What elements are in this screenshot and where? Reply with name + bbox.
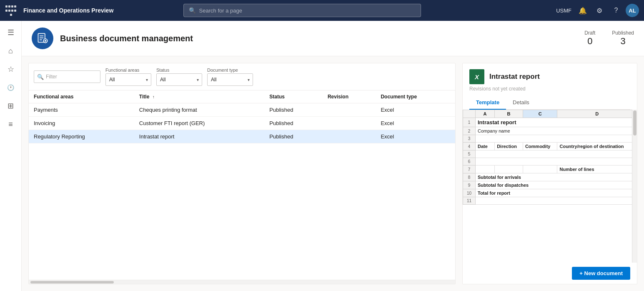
table-cell-revision [323, 130, 376, 143]
nav-right-controls: USMF 🔔 ⚙ ? AL [556, 3, 639, 18]
spreadsheet-row: 11 [463, 197, 637, 205]
notification-icon[interactable]: 🔔 [576, 3, 590, 18]
table-row[interactable]: InvoicingCustomer FTI report (GER)Publis… [29, 117, 455, 130]
top-navigation: Finance and Operations Preview 🔍 USMF 🔔 … [0, 0, 644, 21]
table-cell-functional_areas: Payments [29, 103, 134, 117]
global-search-bar[interactable]: 🔍 [183, 4, 421, 17]
spreadsheet-cell [495, 166, 523, 173]
col-d-header: D [557, 110, 637, 118]
horizontal-scrollbar[interactable] [29, 280, 455, 284]
table-cell-revision [323, 117, 376, 130]
spreadsheet-cell: Country/region of destination [557, 143, 637, 151]
spreadsheet-row: 7Number of lines [463, 166, 637, 173]
document-type-filter-group: Document type All ▾ [207, 68, 253, 86]
excel-icon: X [469, 69, 484, 84]
spreadsheet-cell: Subtotal for arrivals [476, 173, 637, 181]
page-stats: Draft 0 Published 3 [584, 30, 634, 47]
corner-cell [463, 110, 476, 118]
document-type-select[interactable]: All [207, 73, 253, 86]
row-number: 5 [463, 151, 476, 158]
document-management-icon [37, 33, 48, 44]
table-cell-document_type: Excel [376, 103, 455, 117]
table-cell-document_type: Excel [376, 117, 455, 130]
rp-subtitle: Revisions not yet created [469, 86, 630, 92]
spreadsheet-cell: Total for report [476, 189, 637, 197]
spreadsheet-row: 4DateDirectionCommodityCountry/region of… [463, 143, 637, 151]
main-area: 🔍 Functional areas All ▾ Status [22, 56, 644, 291]
col-b-header: B [495, 110, 523, 118]
tab-details[interactable]: Details [506, 96, 536, 110]
sidebar-recent[interactable]: 🕐 [3, 79, 19, 96]
avatar[interactable]: AL [626, 4, 639, 17]
table-cell-revision [323, 103, 376, 117]
functional-areas-label: Functional areas [105, 68, 151, 73]
functional-areas-select[interactable]: All [105, 73, 151, 86]
sidebar-modules[interactable]: ⊞ [3, 98, 19, 114]
right-panel: X Intrastat report Revisions not yet cre… [462, 63, 637, 284]
settings-icon[interactable]: ⚙ [592, 3, 606, 18]
spreadsheet-row: 8Subtotal for arrivals [463, 173, 637, 181]
col-header-revision[interactable]: Revision [323, 90, 376, 103]
search-input[interactable] [199, 8, 416, 14]
spreadsheet-row: 10Total for report [463, 189, 637, 197]
published-value: 3 [612, 36, 634, 47]
spreadsheet-cell: Intrastat report [476, 118, 637, 127]
spreadsheet-cell [476, 135, 637, 143]
tab-template[interactable]: Template [469, 96, 506, 110]
data-table: Functional areas Title ↑ Status Revision… [29, 90, 455, 280]
table-cell-status: Published [264, 117, 323, 130]
right-panel-header: X Intrastat report Revisions not yet cre… [463, 63, 637, 110]
status-select[interactable]: All [156, 73, 202, 86]
table-panel: 🔍 Functional areas All ▾ Status [28, 63, 456, 284]
table-row[interactable]: PaymentsCheques printing formatPublished… [29, 103, 455, 117]
table-cell-title: Cheques printing format [134, 103, 264, 117]
draft-stat: Draft 0 [584, 30, 595, 47]
filter-input[interactable] [34, 70, 100, 83]
app-title: Finance and Operations Preview [23, 7, 113, 14]
rp-doc-title: Intrastat report [489, 73, 540, 81]
spreadsheet-preview: A B C D 1Intrastat report2Company name34… [463, 110, 637, 263]
document-type-label: Document type [207, 68, 253, 73]
row-number: 7 [463, 166, 476, 173]
app-body: ☰ ⌂ ☆ 🕐 ⊞ ≡ Business document management [0, 21, 644, 291]
row-number: 2 [463, 127, 476, 135]
spreadsheet-row: 2Company name [463, 127, 637, 135]
spreadsheet-row: 9Subtotal for dispatches [463, 181, 637, 189]
status-label: Status [156, 68, 202, 73]
sidebar-favorites[interactable]: ☆ [3, 61, 19, 78]
app-grid-icon[interactable] [5, 5, 17, 16]
row-number: 3 [463, 135, 476, 143]
left-sidebar: ☰ ⌂ ☆ 🕐 ⊞ ≡ [0, 21, 22, 291]
new-document-button[interactable]: + New document [572, 267, 630, 280]
sidebar-hamburger[interactable]: ☰ [3, 24, 19, 41]
col-header-title[interactable]: Title ↑ [134, 90, 264, 103]
spreadsheet-row: 3 [463, 135, 637, 143]
spreadsheet-table: A B C D 1Intrastat report2Company name34… [463, 110, 637, 205]
spreadsheet-cell [523, 166, 557, 173]
company-selector[interactable]: USMF [556, 8, 571, 14]
vertical-scrollbar[interactable] [632, 110, 637, 263]
table-row[interactable]: Regulatory ReportingIntrastat reportPubl… [29, 130, 455, 143]
scroll-thumb[interactable] [633, 110, 636, 135]
page-content: Business document management Draft 0 Pub… [22, 21, 644, 291]
scrollbar-thumb[interactable] [30, 281, 114, 283]
col-header-status[interactable]: Status [264, 90, 323, 103]
spreadsheet-cell: Subtotal for dispatches [476, 181, 637, 189]
table-cell-document_type: Excel [376, 130, 455, 143]
spreadsheet-cell [476, 197, 637, 205]
row-number: 11 [463, 197, 476, 205]
help-icon[interactable]: ? [609, 3, 623, 18]
draft-label: Draft [584, 30, 595, 36]
row-number: 4 [463, 143, 476, 151]
col-header-document-type[interactable]: Document type [376, 90, 455, 103]
row-number: 10 [463, 189, 476, 197]
col-header-functional-areas[interactable]: Functional areas [29, 90, 134, 103]
sidebar-home[interactable]: ⌂ [3, 43, 19, 59]
sidebar-workspaces[interactable]: ≡ [3, 116, 19, 133]
page-title: Business document management [60, 34, 193, 43]
col-a-header: A [476, 110, 495, 118]
spreadsheet-row: 1Intrastat report [463, 118, 637, 127]
status-filter-group: Status All ▾ [156, 68, 202, 86]
spreadsheet-cell [476, 166, 495, 173]
filter-input-wrapper: 🔍 [34, 70, 100, 83]
